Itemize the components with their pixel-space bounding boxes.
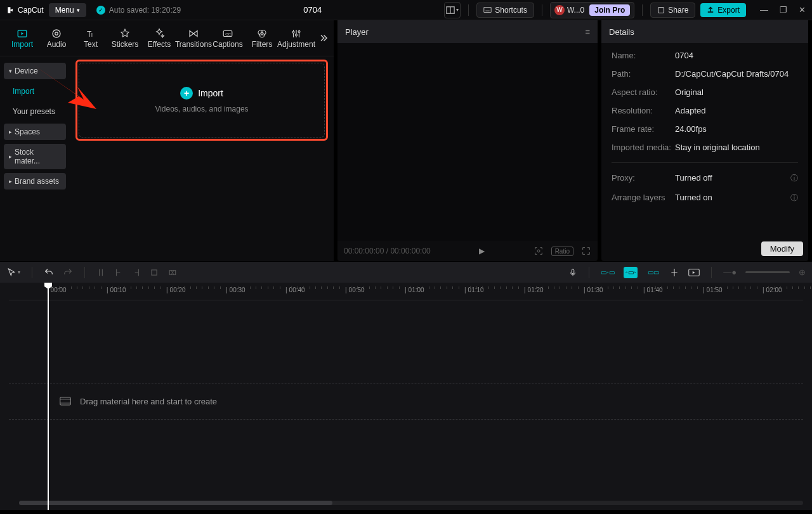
minimize-button[interactable]: — (760, 5, 768, 15)
zoom-slider[interactable] (745, 271, 790, 273)
svg-point-16 (296, 34, 298, 35)
focus-icon[interactable] (534, 246, 544, 256)
ruler-tick: |00:20 (166, 286, 186, 293)
detail-res-key: Resolution: (612, 106, 675, 115)
autosave-status: ✓ Auto saved: 19:20:29 (96, 6, 181, 15)
fullscreen-icon[interactable] (581, 246, 591, 256)
svg-rect-23 (60, 397, 71, 405)
nav-spaces[interactable]: ▸Spaces (4, 124, 66, 140)
tab-stickers[interactable]: Stickers (108, 20, 142, 56)
tabs-more-icon[interactable] (317, 32, 329, 44)
tab-captions[interactable]: CCCaptions (211, 20, 245, 56)
nav-presets[interactable]: Your presets (4, 103, 66, 120)
detail-aspect-key: Aspect ratio: (612, 87, 675, 97)
timeline-ruler[interactable]: |00:00|00:10|00:20|00:30|00:40|00:50|01:… (9, 283, 803, 300)
ratio-button[interactable]: Ratio (551, 247, 573, 256)
nav-brand[interactable]: ▸Brand assets (4, 173, 66, 190)
trim-right-icon[interactable] (132, 267, 141, 278)
tab-transitions[interactable]: Transitions (176, 20, 211, 56)
svg-rect-19 (152, 269, 157, 274)
category-tabs: Import Audio TIText Stickers Effects Tra… (0, 20, 334, 56)
export-button[interactable]: Export (700, 3, 746, 17)
nav-import[interactable]: Import (4, 83, 66, 100)
tab-adjustment[interactable]: Adjustment (279, 20, 313, 56)
join-pro-button[interactable]: Join Pro (589, 4, 630, 16)
playhead[interactable] (48, 285, 49, 510)
ruler-tick: |01:20 (524, 286, 544, 293)
split-icon[interactable] (96, 267, 105, 278)
details-title: Details (609, 27, 634, 37)
svg-rect-21 (572, 269, 574, 273)
tab-text[interactable]: TIText (74, 20, 108, 56)
svg-point-6 (53, 30, 60, 37)
track-mode-3-icon[interactable]: ▭▭ (646, 267, 660, 278)
ruler-tick: |01:40 (643, 286, 663, 293)
media-panel: Import Audio TIText Stickers Effects Tra… (0, 20, 334, 261)
detail-layers-key: Arrange layers (612, 193, 675, 203)
import-dropzone[interactable]: + Import Videos, audios, and images (79, 63, 325, 138)
shortcuts-button[interactable]: Shortcuts (476, 3, 534, 18)
detail-aspect-value: Original (675, 87, 798, 97)
player-panel: Player ≡ 00:00:00:00 / 00:00:00:00 ▶ Rat… (337, 20, 598, 261)
tab-import[interactable]: Import (5, 20, 39, 56)
zoom-out-icon[interactable]: —● (723, 267, 737, 277)
redo-icon[interactable] (63, 267, 73, 278)
sidebar-nav: ▾Device Import Your presets ▸Spaces ▸Sto… (0, 56, 70, 261)
zoom-in-icon[interactable]: ⊕ (799, 267, 806, 277)
tab-effects[interactable]: Effects (142, 20, 176, 56)
user-pill[interactable]: W W...0 Join Pro (550, 2, 634, 18)
ruler-tick: |00:30 (226, 286, 246, 293)
maximize-button[interactable]: ❐ (780, 5, 787, 15)
nav-device[interactable]: ▾Device (4, 63, 66, 79)
svg-rect-4 (658, 7, 664, 13)
media-area: + Import Videos, audios, and images (70, 56, 334, 261)
svg-text:CC: CC (225, 32, 231, 36)
tab-audio[interactable]: Audio (39, 20, 74, 56)
import-title: Import (198, 88, 223, 98)
crop-icon[interactable] (150, 268, 159, 277)
help-icon[interactable]: ⓘ (790, 173, 798, 184)
plus-icon: + (180, 87, 193, 100)
detail-proxy-value: Turned off (675, 173, 790, 184)
svg-text:I: I (91, 32, 93, 37)
import-subtitle: Videos, audios, and images (155, 105, 248, 113)
delete-icon[interactable] (167, 268, 178, 277)
clip-icon (60, 397, 71, 406)
trim-left-icon[interactable] (114, 267, 123, 278)
track-mode-1-icon[interactable]: ▭◦▭ (601, 267, 615, 278)
ruler-tick: |00:10 (107, 286, 126, 293)
tab-filters[interactable]: Filters (245, 20, 279, 56)
timeline-scrollbar[interactable] (19, 501, 803, 505)
detail-path-value: D:/CapCut/CapCut Drafts/0704 (675, 69, 798, 79)
track-mode-2-icon[interactable]: ◦▭◦ (624, 267, 638, 278)
svg-rect-2 (484, 7, 491, 12)
preview-icon[interactable] (688, 268, 700, 277)
share-button[interactable]: Share (650, 3, 695, 18)
project-title: 0704 (186, 5, 439, 15)
modify-button[interactable]: Modify (761, 241, 803, 256)
detail-res-value: Adapted (675, 106, 798, 115)
selection-tool-icon[interactable]: ▾ (6, 267, 20, 278)
nav-stock[interactable]: ▸Stock mater... (4, 144, 66, 169)
check-icon: ✓ (96, 6, 105, 15)
detail-proxy-key: Proxy: (612, 173, 675, 184)
mic-icon[interactable] (568, 267, 577, 278)
app-logo: CapCut (6, 6, 44, 15)
help-icon[interactable]: ⓘ (790, 193, 798, 203)
player-viewport[interactable] (337, 43, 598, 241)
snap-icon[interactable] (669, 267, 679, 278)
timeline[interactable]: |00:00|00:10|00:20|00:30|00:40|00:50|01:… (0, 283, 812, 510)
titlebar: CapCut Menu ▾ ✓ Auto saved: 19:20:29 070… (0, 0, 812, 20)
detail-media-key: Imported media: (612, 143, 675, 152)
close-button[interactable]: ✕ (799, 5, 806, 15)
svg-point-17 (298, 30, 300, 32)
undo-icon[interactable] (44, 267, 54, 278)
ruler-tick: |01:50 (703, 286, 723, 293)
menu-button[interactable]: Menu ▾ (49, 3, 86, 17)
player-menu-icon[interactable]: ≡ (585, 27, 590, 37)
layout-icon[interactable]: ▾ (444, 2, 461, 18)
detail-name-value: 0704 (675, 51, 798, 60)
timeline-track-dropzone[interactable]: Drag material here and start to create (9, 383, 803, 420)
play-button[interactable]: ▶ (479, 247, 485, 255)
detail-name-key: Name: (612, 51, 675, 60)
